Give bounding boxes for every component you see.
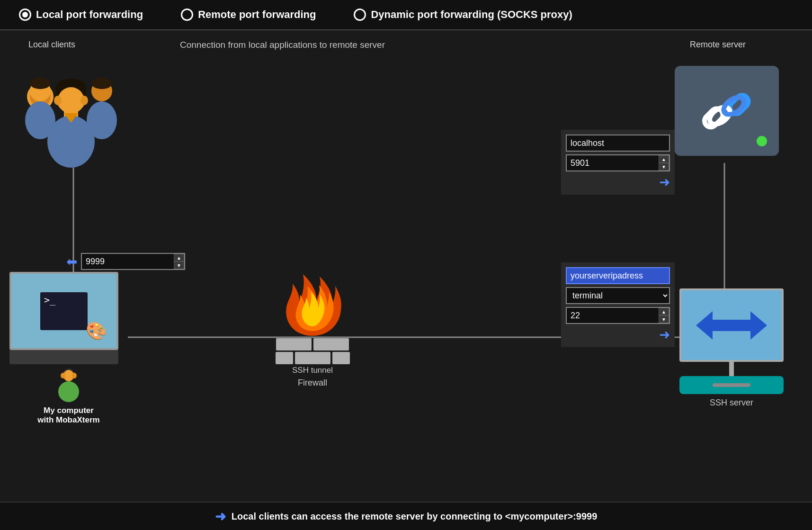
- arrow-to-server-icon: ➜: [659, 174, 670, 190]
- svg-marker-31: [696, 311, 767, 340]
- firewall-label: Firewall: [275, 378, 350, 388]
- svg-point-30: [58, 381, 79, 402]
- radio-remote-circle: [181, 9, 193, 21]
- remote-port-input[interactable]: [566, 154, 670, 171]
- ssh-port-input[interactable]: [566, 307, 670, 324]
- bottom-info-text: Local clients can access the remote serv…: [232, 511, 598, 522]
- ssh-server-screen: [679, 288, 784, 362]
- svg-point-15: [58, 87, 84, 114]
- local-clients-label: Local clients: [28, 40, 75, 50]
- ssh-port-increment[interactable]: ▲: [659, 308, 669, 315]
- ssh-type-row: terminal SSH SFTP: [566, 287, 670, 304]
- arrow-to-ssh-icon: ➜: [659, 327, 670, 342]
- svg-point-7: [30, 78, 51, 89]
- diagram-area: Local clients Connection from local appl…: [0, 30, 812, 494]
- ssh-server-label: SSH server: [679, 398, 784, 408]
- radio-remote-label: Remote port forwarding: [198, 9, 316, 21]
- radio-remote[interactable]: Remote port forwarding: [181, 9, 316, 21]
- remote-host-input[interactable]: [566, 135, 670, 152]
- local-port-increment[interactable]: ▲: [174, 254, 184, 261]
- bottom-info-bar: ➜ Local clients can access the remote se…: [0, 502, 812, 530]
- remote-server-icon: [675, 66, 779, 156]
- firewall-bricks: [275, 338, 350, 364]
- ssh-type-select[interactable]: terminal SSH SFTP: [566, 287, 670, 304]
- local-port-area: ⬅ ▲ ▼: [66, 253, 185, 270]
- ssh-server: SSH server: [679, 288, 784, 408]
- my-computer-label: My computer with MobaXterm: [9, 406, 128, 425]
- local-port-decrement[interactable]: ▼: [174, 261, 184, 269]
- radio-dynamic-label: Dynamic port forwarding (SOCKS proxy): [371, 9, 572, 21]
- radio-bar: Local port forwarding Remote port forwar…: [0, 0, 812, 30]
- screen-stand: [9, 350, 118, 364]
- ssh-ip-row: [566, 267, 670, 284]
- people-group: [9, 59, 133, 168]
- radio-local-label: Local port forwarding: [36, 9, 143, 21]
- radio-local[interactable]: Local port forwarding: [19, 9, 143, 21]
- svg-point-28: [61, 373, 65, 378]
- local-port-input[interactable]: [81, 253, 185, 270]
- firewall-area: SSH tunnel Firewall: [275, 262, 350, 388]
- ssh-port-row: ▲ ▼: [566, 307, 670, 324]
- svg-point-16: [54, 96, 62, 105]
- connection-label: Connection from local applications to re…: [180, 40, 385, 50]
- input-group-mid: terminal SSH SFTP ▲ ▼ ➜: [561, 262, 675, 347]
- port-increment-button[interactable]: ▲: [659, 155, 669, 163]
- ssh-ip-input[interactable]: [566, 267, 670, 284]
- svg-point-29: [72, 373, 77, 378]
- remote-server-label: Remote server: [690, 40, 746, 50]
- bottom-arrow-icon: ➜: [215, 509, 226, 524]
- ssh-tunnel-label: SSH tunnel: [275, 366, 350, 375]
- mobaxterm-screen: >_ 🎨: [9, 272, 118, 350]
- status-dot: [757, 136, 767, 146]
- radio-dynamic[interactable]: Dynamic port forwarding (SOCKS proxy): [354, 9, 572, 21]
- input-group-top: ▲ ▼ ➜: [561, 130, 675, 195]
- radio-local-circle: [19, 9, 31, 21]
- arrow-left-icon: ⬅: [66, 254, 77, 269]
- user-figure: [9, 364, 128, 402]
- my-computer: >_ 🎨 My computer with: [9, 272, 128, 425]
- remote-port-row: ▲ ▼: [566, 154, 670, 171]
- spinner-controls[interactable]: ▲ ▼: [659, 155, 669, 171]
- remote-host-row: [566, 135, 670, 152]
- ssh-port-spinner[interactable]: ▲ ▼: [659, 308, 669, 323]
- ssh-server-stand: [729, 362, 734, 376]
- svg-point-19: [47, 116, 95, 168]
- port-decrement-button[interactable]: ▼: [659, 163, 669, 171]
- ssh-port-decrement[interactable]: ▼: [659, 315, 669, 323]
- local-port-spinner[interactable]: ▲ ▼: [174, 254, 184, 269]
- svg-point-24: [721, 94, 747, 117]
- ssh-server-base: [679, 376, 784, 394]
- svg-point-10: [91, 78, 112, 89]
- radio-dynamic-circle: [354, 9, 366, 21]
- svg-point-17: [80, 96, 88, 105]
